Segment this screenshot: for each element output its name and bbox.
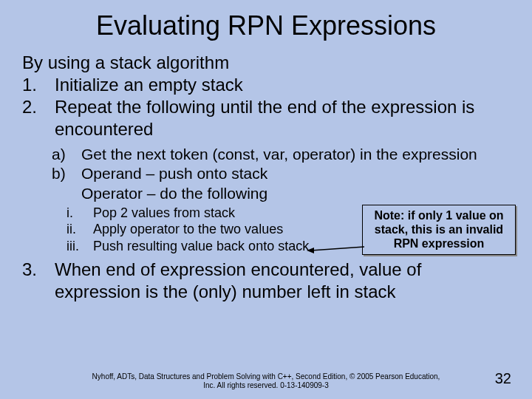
list-marker: b) [52, 164, 81, 203]
slide-title: Evaluating RPN Expressions [22, 10, 510, 41]
list-text: Get the next token (const, var, operator… [81, 145, 510, 164]
list-marker: 2. [22, 96, 55, 140]
intro-line: By using a stack algorithm [22, 52, 510, 74]
sub-b-line1: Operand – push onto stack [81, 165, 267, 182]
list-marker: a) [52, 145, 81, 164]
list-text: When end of expression encountered, valu… [55, 259, 510, 303]
slide: Evaluating RPN Expressions By using a st… [0, 0, 532, 399]
numbered-list-cont: 3. When end of expression encountered, v… [22, 259, 510, 303]
footer-text: Nyhoff, ADTs, Data Structures and Proble… [0, 372, 532, 390]
list-text: Repeat the following until the end of th… [55, 96, 510, 140]
slide-body: By using a stack algorithm 1. Initialize… [22, 52, 510, 303]
list-marker: ii. [66, 221, 93, 238]
sub-b-line2: Operator – do the following [81, 185, 267, 202]
numbered-list: 1. Initialize an empty stack 2. Repeat t… [22, 74, 510, 140]
list-marker: 3. [22, 259, 55, 303]
note-box: Note: if only 1 value on stack, this is … [362, 205, 516, 255]
list-marker: i. [66, 205, 93, 222]
page-number: 32 [495, 370, 511, 387]
list-marker: 1. [22, 74, 55, 96]
list-marker: iii. [66, 238, 93, 255]
list-text: Initialize an empty stack [55, 74, 510, 96]
alpha-list: a) Get the next token (const, var, opera… [52, 145, 510, 203]
list-text: Operand – push onto stack Operator – do … [81, 164, 510, 203]
